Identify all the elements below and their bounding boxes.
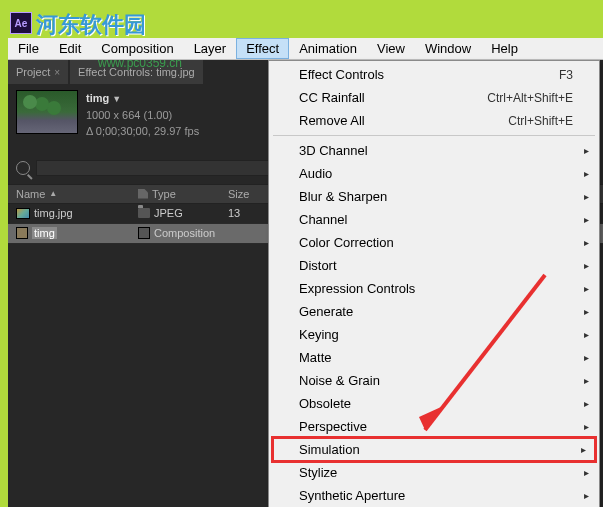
disclosure-icon[interactable]: ▼ (112, 94, 121, 104)
menu-category-noise-grain[interactable]: Noise & Grain▸ (271, 369, 597, 392)
type-icon (138, 208, 150, 218)
menu-category-obsolete[interactable]: Obsolete▸ (271, 392, 597, 415)
effect-controls-panel-tab[interactable]: Effect Controls: timg.jpg (70, 60, 203, 84)
menu-label: Matte (299, 350, 332, 365)
row-type: JPEG (154, 207, 183, 219)
menu-category-3d-channel[interactable]: 3D Channel▸ (271, 139, 597, 162)
tag-icon (138, 189, 148, 199)
submenu-arrow-icon: ▸ (584, 191, 589, 202)
type-icon (138, 227, 150, 239)
item-thumbnail (16, 90, 78, 134)
submenu-arrow-icon: ▸ (584, 260, 589, 271)
submenu-arrow-icon: ▸ (584, 329, 589, 340)
submenu-arrow-icon: ▸ (584, 283, 589, 294)
menu-last-effect[interactable]: CC Rainfall Ctrl+Alt+Shift+E (271, 86, 597, 109)
menu-category-matte[interactable]: Matte▸ (271, 346, 597, 369)
submenu-arrow-icon: ▸ (584, 168, 589, 179)
menu-category-channel[interactable]: Channel▸ (271, 208, 597, 231)
menu-category-blur-sharpen[interactable]: Blur & Sharpen▸ (271, 185, 597, 208)
menu-category-keying[interactable]: Keying▸ (271, 323, 597, 346)
menu-label: Remove All (299, 113, 365, 128)
submenu-arrow-icon: ▸ (584, 145, 589, 156)
menu-shortcut: Ctrl+Shift+E (508, 114, 573, 128)
menu-help[interactable]: Help (481, 38, 528, 59)
column-name[interactable]: Name ▲ (8, 188, 138, 200)
item-dimensions: 1000 x 664 (1.00) (86, 107, 199, 124)
menu-category-audio[interactable]: Audio▸ (271, 162, 597, 185)
submenu-arrow-icon: ▸ (584, 352, 589, 363)
submenu-arrow-icon: ▸ (584, 375, 589, 386)
menu-label: Audio (299, 166, 332, 181)
menu-category-perspective[interactable]: Perspective▸ (271, 415, 597, 438)
submenu-arrow-icon: ▸ (584, 398, 589, 409)
menu-category-distort[interactable]: Distort▸ (271, 254, 597, 277)
menu-label: CC Rainfall (299, 90, 365, 105)
menubar: File Edit Composition Layer Effect Anima… (8, 38, 603, 60)
close-icon[interactable]: × (54, 67, 60, 78)
menu-composition[interactable]: Composition (91, 38, 183, 59)
menu-file[interactable]: File (8, 38, 49, 59)
menu-window[interactable]: Window (415, 38, 481, 59)
submenu-arrow-icon: ▸ (584, 306, 589, 317)
item-name: timg (86, 92, 109, 104)
tab-label: Project (16, 66, 50, 78)
menu-label: Keying (299, 327, 339, 342)
menu-label: Simulation (299, 442, 360, 457)
submenu-arrow-icon: ▸ (584, 237, 589, 248)
menu-label: Noise & Grain (299, 373, 380, 388)
image-icon (16, 208, 30, 219)
menu-category-expression-controls[interactable]: Expression Controls▸ (271, 277, 597, 300)
row-name: timg.jpg (34, 207, 73, 219)
menu-view[interactable]: View (367, 38, 415, 59)
menu-shortcut: F3 (559, 68, 573, 82)
app-icon: Ae (10, 12, 32, 34)
menu-label: Effect Controls (299, 67, 384, 82)
composition-icon (16, 227, 28, 239)
menu-label: 3D Channel (299, 143, 368, 158)
menu-effect-controls[interactable]: Effect Controls F3 (271, 63, 597, 86)
effect-dropdown: Effect Controls F3 CC Rainfall Ctrl+Alt+… (268, 60, 600, 507)
menu-layer[interactable]: Layer (184, 38, 237, 59)
menu-label: Obsolete (299, 396, 351, 411)
menu-label: Channel (299, 212, 347, 227)
submenu-arrow-icon: ▸ (584, 421, 589, 432)
menu-label: Expression Controls (299, 281, 415, 296)
menu-effect[interactable]: Effect (236, 38, 289, 59)
menu-label: Stylize (299, 465, 337, 480)
menu-label: Distort (299, 258, 337, 273)
tab-label: Effect Controls: timg.jpg (78, 66, 195, 78)
menu-shortcut: Ctrl+Alt+Shift+E (487, 91, 573, 105)
menu-label: Blur & Sharpen (299, 189, 387, 204)
menu-category-simulation[interactable]: Simulation▸ (271, 436, 597, 463)
submenu-arrow-icon: ▸ (584, 490, 589, 501)
submenu-arrow-icon: ▸ (584, 467, 589, 478)
menu-label: Generate (299, 304, 353, 319)
submenu-arrow-icon: ▸ (584, 214, 589, 225)
item-duration: Δ 0;00;30;00, 29.97 fps (86, 123, 199, 140)
menu-category-color-correction[interactable]: Color Correction▸ (271, 231, 597, 254)
project-panel-tab[interactable]: Project × (8, 60, 68, 84)
submenu-arrow-icon: ▸ (581, 444, 586, 455)
menu-edit[interactable]: Edit (49, 38, 91, 59)
menu-remove-all[interactable]: Remove All Ctrl+Shift+E (271, 109, 597, 132)
menu-category-stylize[interactable]: Stylize▸ (271, 461, 597, 484)
menu-separator (273, 135, 595, 136)
menu-category-synthetic-aperture[interactable]: Synthetic Aperture▸ (271, 484, 597, 507)
row-name: timg (32, 227, 57, 239)
row-type: Composition (154, 227, 215, 239)
menu-label: Synthetic Aperture (299, 488, 405, 503)
menu-label: Perspective (299, 419, 367, 434)
menu-animation[interactable]: Animation (289, 38, 367, 59)
column-type[interactable]: Type (138, 188, 228, 200)
titlebar: Ae (8, 8, 603, 38)
menu-category-generate[interactable]: Generate▸ (271, 300, 597, 323)
menu-label: Color Correction (299, 235, 394, 250)
search-icon[interactable] (16, 161, 30, 175)
